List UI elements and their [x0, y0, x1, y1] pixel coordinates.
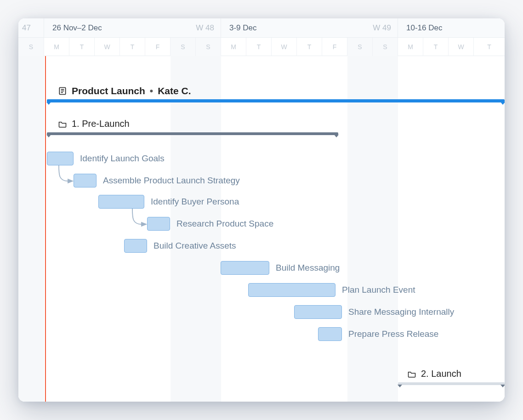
- task-duration[interactable]: [98, 195, 144, 209]
- folder-icon: [407, 370, 416, 378]
- svg-marker-5: [142, 222, 146, 226]
- day-cell: S: [18, 38, 44, 56]
- day-cell: S: [171, 38, 196, 56]
- day-cell: S: [347, 38, 373, 56]
- task-duration[interactable]: [221, 261, 269, 275]
- task-bar[interactable]: Research Product Space: [147, 217, 273, 231]
- task-bar[interactable]: Plan Launch Event: [248, 283, 415, 297]
- folder-span-bar-2[interactable]: [398, 382, 505, 385]
- week-48[interactable]: 26 Nov–2 Dec W 48: [44, 18, 221, 38]
- task-label: Research Product Space: [176, 219, 273, 229]
- task-bar[interactable]: Share Messaging Internally: [294, 305, 454, 319]
- task-bar[interactable]: Build Messaging: [221, 261, 340, 275]
- svg-marker-4: [68, 179, 73, 183]
- task-bar[interactable]: Assemble Product Launch Strategy: [74, 174, 240, 187]
- task-label: Identify Buyer Persona: [151, 197, 239, 207]
- task-duration[interactable]: [248, 283, 335, 297]
- week-label: 3-9 Dec: [229, 23, 257, 33]
- week-prev-num: 47: [22, 23, 31, 33]
- week-label: 10-16 Dec: [406, 23, 442, 33]
- task-duration[interactable]: [124, 239, 147, 253]
- day-cell: S: [373, 38, 398, 56]
- gantt-window: 47 26 Nov–2 Dec W 48 3-9 Dec W 49 10-16 …: [18, 18, 505, 402]
- day-cell: W: [272, 38, 297, 56]
- day-cell: T: [246, 38, 272, 56]
- week-prev: 47: [18, 18, 44, 38]
- task-bar[interactable]: Build Creative Assets: [124, 239, 236, 253]
- week-number: W 49: [373, 23, 391, 33]
- task-label: Build Creative Assets: [153, 241, 236, 251]
- day-cell: T: [423, 38, 449, 56]
- day-cell: F: [145, 38, 171, 56]
- day-cell: T: [120, 38, 145, 56]
- week-49[interactable]: 3-9 Dec W 49: [221, 18, 398, 38]
- week-label: 26 Nov–2 Dec: [52, 23, 102, 33]
- task-duration[interactable]: [318, 327, 342, 341]
- task-duration[interactable]: [74, 174, 97, 187]
- task-duration[interactable]: [294, 305, 342, 319]
- chart-area[interactable]: Product Launch • Kate C. 1. Pre-Launch: [18, 56, 505, 402]
- task-bar[interactable]: Identify Buyer Persona: [98, 195, 239, 209]
- task-duration[interactable]: [147, 217, 170, 231]
- weeks-header: 47 26 Nov–2 Dec W 48 3-9 Dec W 49 10-16 …: [18, 18, 505, 38]
- week-number: W 48: [196, 23, 214, 33]
- task-label: Build Messaging: [276, 263, 340, 273]
- day-cell: T: [474, 38, 505, 56]
- day-cell: T: [69, 38, 95, 56]
- day-cell: W: [95, 38, 120, 56]
- task-label: Identify Launch Goals: [80, 153, 165, 164]
- task-bar[interactable]: Prepare Press Release: [318, 327, 438, 341]
- task-duration[interactable]: [47, 152, 74, 165]
- task-label: Assemble Product Launch Strategy: [103, 176, 240, 186]
- day-cell: M: [221, 38, 246, 56]
- task-bar[interactable]: Identify Launch Goals: [47, 152, 165, 165]
- day-cell: F: [322, 38, 347, 56]
- folder-header-2[interactable]: 2. Launch: [407, 369, 461, 379]
- day-cell: M: [398, 38, 423, 56]
- day-cell: M: [44, 38, 69, 56]
- week-50[interactable]: 10-16 Dec: [398, 18, 505, 38]
- task-label: Share Messaging Internally: [348, 307, 454, 317]
- day-cell: S: [196, 38, 221, 56]
- day-cell: W: [449, 38, 474, 56]
- task-label: Plan Launch Event: [342, 285, 415, 295]
- day-cell: T: [297, 38, 322, 56]
- days-header: S M T W T F S S M T W T F S S M T W T: [18, 38, 505, 56]
- gantt-chart[interactable]: 47 26 Nov–2 Dec W 48 3-9 Dec W 49 10-16 …: [18, 18, 505, 402]
- task-label: Prepare Press Release: [348, 329, 438, 339]
- folder-title: 2. Launch: [421, 369, 461, 379]
